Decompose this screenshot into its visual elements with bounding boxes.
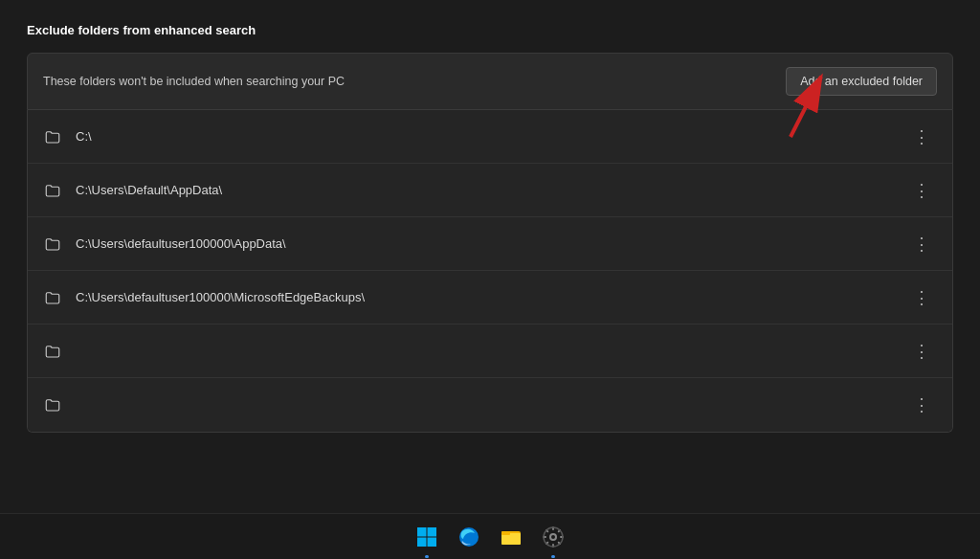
folder-icon bbox=[43, 342, 62, 361]
folder-path: C:\Users\defaultuser100000\MicrosoftEdge… bbox=[76, 290, 907, 304]
add-excluded-folder-button[interactable]: Add an excluded folder bbox=[786, 67, 937, 96]
svg-point-11 bbox=[544, 527, 563, 547]
more-options-button[interactable]: ⋮ bbox=[907, 124, 937, 149]
table-row: C:\Users\Default\AppData\ ⋮ bbox=[28, 164, 952, 217]
page-title: Exclude folders from enhanced search bbox=[27, 23, 953, 37]
folder-path: C:\Users\defaultuser100000\AppData\ bbox=[76, 236, 907, 251]
folder-icon bbox=[43, 235, 62, 254]
folder-icon bbox=[43, 127, 62, 146]
description-text: These folders won't be included when sea… bbox=[43, 75, 345, 88]
svg-rect-2 bbox=[417, 527, 427, 537]
file-explorer-taskbar-icon[interactable] bbox=[494, 520, 528, 554]
svg-point-10 bbox=[550, 534, 556, 540]
more-options-button[interactable]: ⋮ bbox=[907, 285, 937, 310]
folder-icon bbox=[43, 395, 62, 414]
more-options-button[interactable]: ⋮ bbox=[907, 392, 937, 417]
more-options-button[interactable]: ⋮ bbox=[907, 178, 937, 203]
table-row: C:\Users\defaultuser100000\AppData\ ⋮ bbox=[28, 217, 952, 271]
table-row: C:\Users\defaultuser100000\MicrosoftEdge… bbox=[28, 271, 952, 324]
folder-path: C:\Users\Default\AppData\ bbox=[76, 183, 907, 197]
main-content: Exclude folders from enhanced search The… bbox=[0, 0, 980, 433]
svg-rect-4 bbox=[417, 537, 427, 547]
settings-taskbar-icon[interactable] bbox=[536, 520, 570, 554]
folder-icon bbox=[43, 288, 62, 307]
svg-rect-5 bbox=[428, 537, 437, 547]
more-options-button[interactable]: ⋮ bbox=[907, 232, 937, 257]
table-row: ⋮ bbox=[28, 324, 952, 378]
svg-rect-9 bbox=[501, 531, 510, 535]
windows-taskbar-icon[interactable] bbox=[410, 520, 444, 554]
folder-path: C:\ bbox=[76, 129, 907, 144]
svg-rect-3 bbox=[428, 527, 437, 537]
more-options-button[interactable]: ⋮ bbox=[907, 339, 937, 364]
folder-list: C:\ ⋮ C:\Users\Default\AppData\ ⋮ C:\Use… bbox=[27, 110, 953, 433]
table-row: ⋮ bbox=[28, 378, 952, 432]
top-bar: These folders won't be included when sea… bbox=[27, 53, 953, 110]
folder-icon bbox=[43, 181, 62, 200]
table-row: C:\ ⋮ bbox=[28, 110, 952, 164]
taskbar bbox=[0, 513, 980, 559]
edge-taskbar-icon[interactable] bbox=[452, 520, 486, 554]
